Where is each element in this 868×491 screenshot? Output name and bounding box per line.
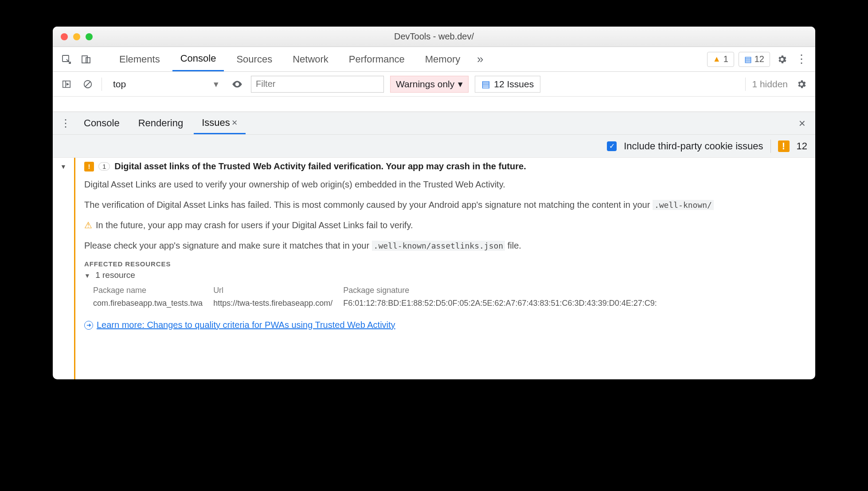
- issue-gutter: ▼: [53, 158, 74, 379]
- messages-count: 12: [755, 54, 764, 64]
- tab-label: Sources: [236, 54, 272, 65]
- close-drawer-icon[interactable]: ×: [794, 117, 810, 130]
- learn-more-row: ➜ Learn more: Changes to quality criteri…: [84, 320, 815, 330]
- text: The verification of Digital Asset Links …: [84, 200, 653, 210]
- drawer-tab-rendering[interactable]: Rendering: [130, 112, 192, 134]
- tab-label: Elements: [119, 54, 160, 65]
- issue-warning-line: ⚠ In the future, your app may crash for …: [84, 218, 815, 232]
- filter-input[interactable]: [251, 76, 384, 93]
- issue-warning-icon: !: [84, 162, 94, 171]
- issue-item: ! 1 Digital asset links of the Trusted W…: [74, 158, 815, 379]
- code-snippet: .well-known/assetlinks.json: [372, 241, 505, 251]
- tab-performance[interactable]: Performance: [341, 47, 413, 71]
- tab-elements[interactable]: Elements: [111, 47, 168, 71]
- settings-icon[interactable]: [774, 52, 790, 67]
- third-party-label: Include third-party cookie issues: [624, 140, 763, 152]
- console-filter-bar: top ▾ Warnings only ▾ ▤ 12 Issues 1 hidd…: [53, 72, 815, 97]
- issue-paragraph: Please check your app's signature and ma…: [84, 239, 815, 252]
- hidden-count[interactable]: 1 hidden: [752, 79, 788, 90]
- separator: [770, 140, 771, 153]
- col-header: Package signature: [343, 284, 666, 296]
- separator: [102, 78, 102, 91]
- drawer-kebab-icon[interactable]: ⋮: [58, 116, 73, 131]
- text: Please check your app's signature and ma…: [84, 241, 372, 250]
- tab-network[interactable]: Network: [285, 47, 336, 71]
- issues-total: 12: [797, 140, 807, 152]
- tab-label: Performance: [349, 54, 405, 65]
- main-tab-strip: Elements Console Sources Network Perform…: [53, 47, 815, 72]
- table-header-row: Package name Url Package signature: [93, 284, 667, 296]
- separator: [745, 78, 746, 91]
- context-value: top: [113, 79, 126, 90]
- issues-button-label: 12 Issues: [494, 79, 534, 90]
- messages-badge[interactable]: ▤ 12: [739, 52, 770, 67]
- tab-label: Network: [293, 54, 328, 65]
- console-settings-icon[interactable]: [794, 77, 809, 92]
- issue-paragraph: The verification of Digital Asset Links …: [84, 198, 815, 211]
- chevron-down-icon: ▾: [214, 79, 219, 90]
- tab-label: Console: [180, 53, 216, 64]
- issues-toolbar: ✓ Include third-party cookie issues ! 12: [53, 135, 815, 158]
- drawer-tab-strip: ⋮ Console Rendering Issues × ×: [53, 112, 815, 135]
- resource-count-label: 1 resource: [95, 270, 135, 280]
- issue-warning-icon: !: [778, 140, 790, 152]
- issue-count-badge: 1: [98, 162, 110, 171]
- device-toolbar-icon[interactable]: [78, 52, 94, 67]
- warnings-count: 1: [723, 54, 728, 64]
- disclosure-triangle-icon: ▼: [84, 272, 90, 279]
- resource-count-row[interactable]: ▼ 1 resource: [84, 270, 815, 280]
- issues-list: ▼ ! 1 Digital asset links of the Trusted…: [53, 158, 815, 379]
- log-level-selector[interactable]: Warnings only ▾: [390, 76, 469, 93]
- learn-more-link[interactable]: Learn more: Changes to quality criteria …: [97, 320, 395, 330]
- affected-resources-table: Package name Url Package signature com.f…: [92, 284, 668, 310]
- disclosure-triangle-icon[interactable]: ▼: [60, 163, 66, 170]
- tab-memory[interactable]: Memory: [417, 47, 468, 71]
- external-link-icon: ➜: [84, 321, 93, 330]
- titlebar: DevTools - web.dev/: [53, 27, 815, 47]
- drawer-tab-console[interactable]: Console: [76, 112, 128, 134]
- tab-sources[interactable]: Sources: [228, 47, 280, 71]
- inspect-element-icon[interactable]: [59, 52, 74, 67]
- clear-console-icon[interactable]: [80, 77, 95, 92]
- message-icon: ▤: [481, 79, 490, 90]
- tab-label: Memory: [425, 54, 460, 65]
- table-row[interactable]: com.firebaseapp.twa_tests.twa https://tw…: [93, 297, 667, 309]
- chevron-down-icon: ▾: [458, 79, 463, 90]
- tab-label: Issues: [202, 117, 230, 129]
- drawer-tab-issues[interactable]: Issues ×: [194, 112, 245, 134]
- affected-resources-heading: Affected Resources: [84, 260, 815, 268]
- col-header: Url: [213, 284, 342, 296]
- toggle-sidebar-icon[interactable]: [59, 77, 74, 92]
- issue-header[interactable]: ! 1 Digital asset links of the Trusted W…: [84, 161, 815, 171]
- cell-package-signature: F6:01:12:78:BD:E1:88:52:D5:0F:05:2A:5E:6…: [343, 297, 666, 309]
- close-tab-icon[interactable]: ×: [232, 117, 238, 129]
- text: In the future, your app may crash for us…: [96, 218, 413, 232]
- cell-url: https://twa-tests.firebaseapp.com/: [213, 297, 342, 309]
- svg-rect-2: [86, 58, 90, 63]
- context-selector[interactable]: top ▾: [108, 77, 223, 92]
- warnings-badge[interactable]: ▲ 1: [707, 52, 734, 67]
- tab-console[interactable]: Console: [172, 47, 224, 71]
- warning-icon: ⚠: [84, 218, 92, 232]
- issue-paragraph: Digital Asset Links are used to verify y…: [84, 178, 815, 191]
- devtools-window: DevTools - web.dev/ Elements Console Sou…: [53, 27, 815, 379]
- tab-label: Rendering: [138, 117, 184, 129]
- more-tabs-icon[interactable]: »: [473, 52, 488, 67]
- window-title: DevTools - web.dev/: [53, 31, 815, 42]
- log-level-value: Warnings only: [396, 79, 454, 90]
- tab-label: Console: [84, 117, 120, 129]
- live-expression-icon[interactable]: [230, 77, 245, 92]
- text: file.: [505, 241, 521, 250]
- cell-package-name: com.firebaseapp.twa_tests.twa: [93, 297, 212, 309]
- console-body-spacer: [53, 97, 815, 112]
- issues-button[interactable]: ▤ 12 Issues: [475, 76, 540, 93]
- svg-rect-1: [82, 56, 87, 63]
- code-snippet: .well-known/: [653, 200, 714, 210]
- message-icon: ▤: [744, 55, 752, 64]
- warning-icon: ▲: [713, 55, 721, 64]
- kebab-menu-icon[interactable]: ⋮: [794, 52, 809, 67]
- third-party-checkbox[interactable]: ✓: [607, 141, 617, 151]
- col-header: Package name: [93, 284, 212, 296]
- issue-title: Digital asset links of the Trusted Web A…: [114, 161, 526, 171]
